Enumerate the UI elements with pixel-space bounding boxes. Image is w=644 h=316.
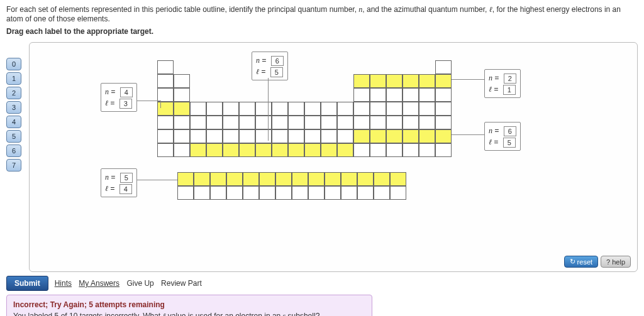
chip-0[interactable]: 0 — [6, 58, 21, 70]
fb-a: You labeled 5 of 10 targets incorrectly.… — [13, 312, 162, 316]
slot-l-3[interactable]: 1 — [503, 85, 516, 95]
instruction-text-a: For each set of elements represented in … — [6, 5, 358, 14]
chip-5[interactable]: 5 — [6, 130, 21, 143]
target-box-3[interactable]: n = 2 ℓ = 1 — [484, 69, 521, 98]
myanswers-link[interactable]: My Answers — [79, 279, 119, 288]
slot-l-2[interactable]: 5 — [270, 67, 283, 77]
chip-3[interactable]: 3 — [6, 101, 21, 114]
feedback-heading: Incorrect; Try Again; 5 attempts remaini… — [13, 300, 365, 309]
chip-2[interactable]: 2 — [6, 87, 21, 99]
chip-7[interactable]: 7 — [6, 159, 21, 172]
slot-l-4[interactable]: 5 — [503, 138, 516, 148]
periodic-table: n = 4 ℓ = 3 n = 6 ℓ = 5 n = 2 ℓ = 1 n = … — [63, 52, 604, 253]
giveup-link[interactable]: Give Up — [126, 279, 153, 288]
label-palette: 0 1 2 3 4 5 6 7 — [6, 58, 21, 172]
reset-label: reset — [577, 258, 592, 266]
chip-4[interactable]: 4 — [6, 116, 21, 128]
submit-button[interactable]: Submit — [6, 276, 48, 291]
help-label: help — [612, 258, 625, 266]
action-links: Hints My Answers Give Up Review Part — [55, 279, 207, 288]
chip-1[interactable]: 1 — [6, 72, 21, 85]
instruction-drag: Drag each label to the appropriate targe… — [6, 27, 638, 36]
target-box-1[interactable]: n = 4 ℓ = 3 — [101, 83, 137, 112]
help-icon: ? — [606, 258, 610, 266]
reset-button[interactable]: ↻reset — [564, 256, 598, 268]
target-box-4[interactable]: n = 6 ℓ = 5 — [484, 122, 521, 151]
slot-n-5[interactable]: 5 — [120, 173, 133, 183]
fb-c: subshell? — [286, 312, 319, 316]
feedback-box: Incorrect; Try Again; 5 attempts remaini… — [6, 295, 372, 316]
slot-n-4[interactable]: 6 — [504, 126, 516, 136]
slot-n-2[interactable]: 6 — [271, 56, 284, 66]
fb-b: value is used for an electron in an — [165, 312, 282, 316]
review-link[interactable]: Review Part — [161, 279, 202, 288]
reset-icon: ↻ — [570, 258, 575, 266]
slot-n-1[interactable]: 4 — [120, 87, 133, 97]
chip-6[interactable]: 6 — [6, 144, 21, 157]
feedback-body: You labeled 5 of 10 targets incorrectly.… — [13, 312, 365, 316]
workspace: n = 4 ℓ = 3 n = 6 ℓ = 5 n = 2 ℓ = 1 n = … — [29, 42, 638, 272]
target-box-2[interactable]: n = 6 ℓ = 5 — [252, 52, 288, 80]
slot-n-3[interactable]: 2 — [504, 74, 516, 84]
hints-link[interactable]: Hints — [55, 279, 72, 288]
help-button[interactable]: ?help — [601, 256, 631, 268]
target-box-5[interactable]: n = 5 ℓ = 4 — [101, 168, 137, 197]
slot-l-5[interactable]: 4 — [119, 184, 132, 194]
instruction-text-b: , and the azimuthal quantum number, — [362, 5, 489, 14]
slot-l-1[interactable]: 3 — [119, 99, 132, 109]
